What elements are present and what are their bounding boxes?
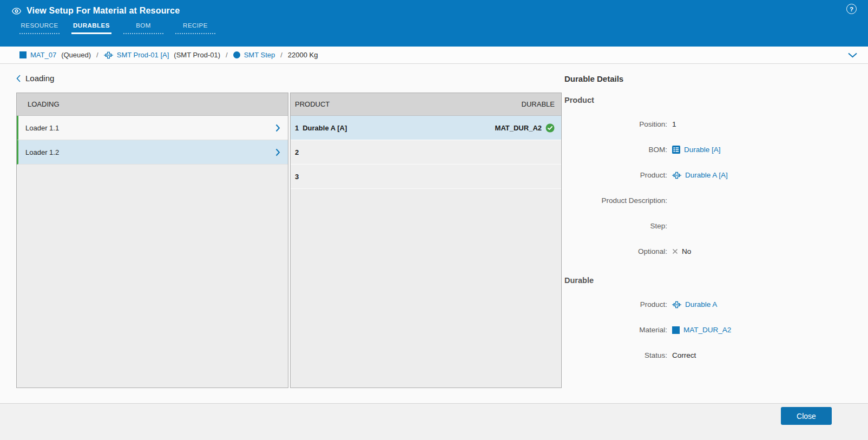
field-label: Material: (564, 326, 667, 334)
product-table-header: PRODUCT DURABLE (291, 93, 561, 116)
chevron-right-icon[interactable] (275, 148, 280, 156)
section-title-durable: Durable (564, 275, 857, 285)
durable-column-header: DURABLE (522, 100, 555, 108)
field-label: BOM: (564, 146, 667, 154)
durable-position-row-3[interactable]: 3 (291, 165, 561, 189)
view-setup-dialog: View Setup For Material at Resource ? RE… (0, 0, 868, 440)
field-durable-material: Material: MAT_DUR_A2 (564, 317, 857, 343)
field-durable-product: Product: Durable A (564, 292, 857, 317)
material-icon (672, 326, 680, 334)
check-circle-icon (545, 123, 555, 133)
tab-resource[interactable]: RESOURCE (19, 22, 60, 34)
breadcrumb-item-material: MAT_07 (Queued) (19, 51, 91, 59)
loader-label: Loader 1.2 (25, 148, 59, 156)
loader-row-1[interactable]: Loader 1.1 (17, 116, 288, 140)
field-label: Product Description: (564, 196, 667, 205)
product-column-header: PRODUCT (295, 100, 330, 108)
loading-table: LOADING Loader 1.1 Loader 1.2 (16, 93, 288, 388)
field-step: Step: (564, 213, 857, 239)
breadcrumb-item-product: SMT Prod-01 [A] (SMT Prod-01) (104, 51, 220, 59)
field-label: Optional: (564, 247, 667, 255)
field-product: Product: Durable A [A] (564, 162, 857, 188)
breadcrumb-note-product: (SMT Prod-01) (174, 51, 220, 59)
help-icon[interactable]: ? (846, 4, 857, 14)
details-panel-title: Durable Details (564, 74, 857, 84)
tab-bom[interactable]: BOM (123, 22, 163, 34)
close-button[interactable]: Close (781, 407, 832, 425)
breadcrumb-note-material-status: (Queued) (61, 51, 91, 59)
position-number: 1 (295, 124, 299, 132)
breadcrumb-separator: / (96, 51, 98, 59)
product-icon (672, 301, 681, 308)
title-row: View Setup For Material at Resource (0, 0, 868, 16)
dialog-title: View Setup For Material at Resource (27, 6, 180, 16)
field-value: Correct (672, 351, 696, 359)
breadcrumb-item-step: SMT Step (233, 51, 275, 59)
product-icon (104, 51, 113, 59)
back-label: Loading (25, 74, 54, 83)
durable-product-link-label: Durable A (685, 300, 717, 308)
field-value: 1 (672, 120, 676, 128)
product-link-label: Durable A [A] (685, 171, 728, 179)
durable-product-link[interactable]: Durable A (672, 300, 717, 308)
position-number: 2 (295, 148, 299, 156)
field-position: Position: 1 (564, 111, 857, 137)
loading-column-header: LOADING (28, 100, 60, 108)
field-bom: BOM: Durable [A] (564, 137, 857, 162)
breadcrumb-link-material[interactable]: MAT_07 (30, 51, 56, 59)
loader-row-2[interactable]: Loader 1.2 (17, 140, 288, 165)
field-value: No (682, 247, 691, 255)
product-icon (672, 172, 681, 179)
quantity-text: 22000 Kg (288, 51, 318, 59)
chevron-right-icon[interactable] (275, 124, 280, 132)
field-label: Product: (564, 171, 667, 179)
help-glyph: ? (850, 6, 853, 12)
bom-link-label: Durable [A] (684, 146, 721, 154)
durable-material-link-label: MAT_DUR_A2 (683, 326, 731, 334)
section-title-product: Product (564, 95, 857, 105)
field-label: Step: (564, 222, 667, 230)
product-durable-table: PRODUCT DURABLE 1 Durable A [A] MAT_DUR_… (290, 93, 562, 388)
breadcrumb-separator: / (226, 51, 228, 59)
breadcrumb: MAT_07 (Queued) / SMT Prod-01 [A] (SMT P… (0, 47, 868, 64)
dialog-footer: Close (0, 403, 868, 440)
field-label: Product: (564, 300, 667, 308)
product-name: Durable A [A] (303, 124, 347, 132)
loading-table-header: LOADING (17, 93, 288, 116)
field-label: Status: (564, 351, 667, 359)
field-product-description: Product Description: (564, 188, 857, 213)
durable-cell: MAT_DUR_A2 (495, 123, 555, 133)
x-icon (672, 248, 678, 254)
material-icon (19, 51, 27, 58)
breadcrumb-item-quantity: 22000 Kg (288, 51, 318, 59)
bom-icon (672, 146, 680, 154)
breadcrumb-link-product[interactable]: SMT Prod-01 [A] (117, 51, 169, 59)
chevron-down-icon[interactable] (848, 52, 857, 58)
durable-position-row-1[interactable]: 1 Durable A [A] MAT_DUR_A2 (291, 116, 561, 140)
field-durable-status: Status: Correct (564, 343, 857, 368)
durable-material-link[interactable]: MAT_DUR_A2 (672, 326, 731, 334)
step-icon (233, 51, 240, 58)
durable-details-panel: Durable Details Product Position: 1 BOM: (564, 74, 857, 368)
position-number: 3 (295, 173, 299, 181)
tab-recipe[interactable]: RECIPE (175, 22, 215, 34)
field-optional: Optional: No (564, 239, 857, 264)
loader-label: Loader 1.1 (25, 124, 59, 132)
breadcrumb-separator: / (280, 51, 282, 59)
tab-bar: RESOURCE DURABLES BOM RECIPE (19, 22, 215, 34)
chevron-left-icon (16, 75, 21, 82)
field-label: Position: (564, 120, 667, 128)
dialog-header: View Setup For Material at Resource ? RE… (0, 0, 868, 47)
bom-link[interactable]: Durable [A] (672, 146, 721, 154)
tab-durables[interactable]: DURABLES (71, 22, 111, 34)
back-button[interactable]: Loading (16, 74, 54, 83)
product-link[interactable]: Durable A [A] (672, 171, 728, 179)
durable-position-row-2[interactable]: 2 (291, 140, 561, 165)
eye-icon (12, 8, 21, 15)
breadcrumb-link-step[interactable]: SMT Step (244, 51, 275, 59)
durable-material-name: MAT_DUR_A2 (495, 124, 542, 132)
